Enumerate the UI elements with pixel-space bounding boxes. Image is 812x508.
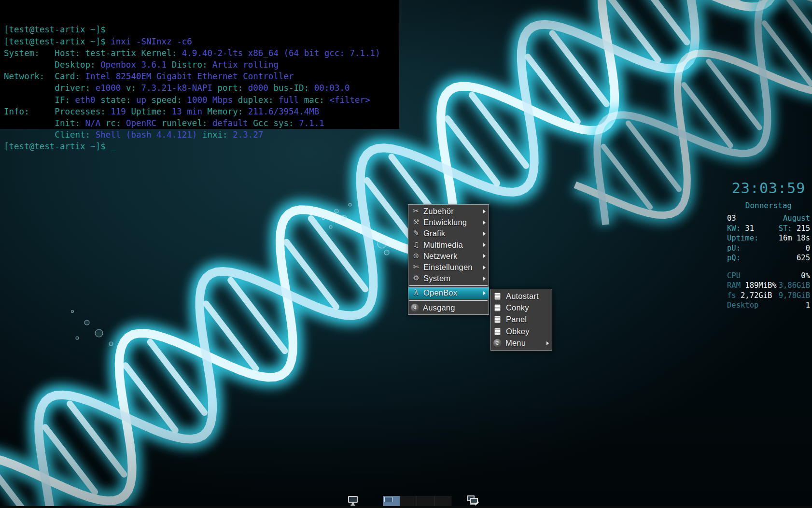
conky-row: KW: 31ST: 215 [727, 224, 810, 234]
terminal-text: driver: [4, 83, 96, 93]
menu-item-label: Panel [506, 315, 549, 324]
terminal-text: eth0 [75, 95, 101, 105]
pager-desktop-2[interactable] [400, 496, 418, 506]
terminal-line: [test@test-artix ~]$ inxi -SNInxz -c6 [4, 36, 399, 47]
terminal-window[interactable]: [test@test-artix ~]$[test@test-artix ~]$… [0, 0, 399, 129]
menu-item-ausgang[interactable]: ↯Ausgang [408, 302, 489, 313]
openbox-icon: λ [411, 289, 421, 296]
terminal-text: 119 [111, 107, 131, 116]
menu-item-label: Grafik [423, 229, 481, 238]
conky-value: 9,78GiB [779, 291, 810, 300]
conky-row: Desktop1 [727, 300, 810, 310]
terminal-text: 13 min [172, 107, 208, 116]
menu-item-obkey[interactable]: Obkey [491, 325, 552, 337]
document-icon [494, 328, 501, 335]
terminal-text: Gcc sys: [253, 118, 299, 128]
menu-item-system[interactable]: ⚙System [408, 273, 489, 284]
menu-item-panel[interactable]: Panel [491, 314, 552, 325]
menu-item-openbox[interactable]: λOpenBox [408, 287, 489, 298]
conky-value: 1 [806, 301, 810, 310]
terminal-text: Network: [4, 71, 55, 81]
menu-item-label: Menu [505, 339, 545, 348]
terminal-text: inxi: [202, 130, 233, 140]
menu-item-entwicklung[interactable]: ⚒Entwicklung [408, 217, 489, 228]
document-icon [494, 304, 501, 311]
conky-value: 189MiB% [745, 281, 776, 290]
desktop-pager [383, 496, 451, 506]
conky-value: 2,72GiB [741, 291, 772, 300]
terminal-text: default [212, 118, 253, 128]
menu-item-einstellungen[interactable]: ✄Einstellungen [408, 262, 489, 273]
menu-item-menu[interactable]: ⊘Menu [491, 338, 552, 349]
conky-value: CPU [727, 271, 741, 280]
conky-value: RAM [727, 281, 745, 290]
conky-day: Donnerstag [727, 201, 810, 210]
menu-item-netzwerk[interactable]: ⊕Netzwerk [408, 251, 489, 262]
terminal-line: Network: Card: Intel 82540EM Gigabit Eth… [4, 71, 399, 82]
terminal-line: [test@test-artix ~]$ [4, 24, 399, 35]
terminal-text: speed: [152, 95, 187, 105]
conky-value: pU: [727, 244, 745, 253]
multimedia-icon: ♫ [411, 241, 421, 249]
submenu-arrow-icon [483, 232, 486, 236]
terminal-text: full [279, 95, 304, 105]
menu-item-autostart[interactable]: Autostart [491, 290, 552, 302]
conky-rows: 03AugustKW: 31ST: 215Uptime: 16m 18spU: … [727, 213, 810, 310]
openbox-root-menu: ✂Zubehör⚒Entwicklung✎Grafik♫Multimedia⊕N… [408, 204, 489, 315]
terminal-output: [test@test-artix ~]$[test@test-artix ~]$… [4, 24, 399, 152]
system-icon: ⚙ [411, 275, 421, 282]
submenu-arrow-icon [546, 341, 549, 345]
terminal-text: inxi -SNInxz -c6 [111, 37, 192, 46]
pager-window-thumb [384, 497, 392, 502]
pager-desktop-4[interactable] [434, 496, 452, 506]
conky-row: pQ: 625 [727, 253, 810, 263]
conky-row: CPU0% [727, 271, 810, 281]
network-icon: ⊕ [411, 253, 421, 260]
terminal-text: Artix rolling [212, 60, 279, 70]
menu-item-grafik[interactable]: ✎Grafik [408, 228, 489, 239]
menu-item-conky[interactable]: Conky [491, 302, 552, 313]
menu-item-label: Autostart [506, 292, 549, 301]
monitor-icon [347, 495, 359, 507]
document-icon [494, 293, 501, 300]
terminal-cursor: _ [111, 141, 116, 151]
terminal-text: Desktop: [4, 60, 100, 70]
terminal-text: Kernel: [141, 48, 182, 58]
conky-widget: 23:03:59 Donnerstag 03AugustKW: 31ST: 21… [727, 180, 810, 310]
pager-desktop-1[interactable] [383, 496, 400, 506]
terminal-line: Info: Processes: 119 Uptime: 13 min Memo… [4, 106, 399, 117]
terminal-line: Client: Shell (bash 4.4.121) inxi: 2.3.2… [4, 129, 399, 141]
terminal-text: Openbox 3.6.1 [100, 60, 172, 70]
pager-desktop-3[interactable] [417, 496, 434, 506]
terminal-line: Desktop: Openbox 3.6.1 Distro: Artix rol… [4, 59, 399, 71]
terminal-text: v: [126, 83, 141, 93]
terminal-text: [test@test-artix ~]$ [4, 141, 111, 151]
terminal-text: Client: [4, 130, 96, 140]
terminal-text: [test@test-artix ~]$ [4, 25, 106, 34]
menu-item-multimedia[interactable]: ♫Multimedia [408, 240, 489, 251]
conky-row: Uptime: 16m 18s [727, 233, 810, 243]
dual-monitor-pen-icon [466, 495, 479, 507]
menu-item-label: Multimedia [423, 240, 481, 250]
terminal-text: Host: test-artix [55, 48, 141, 58]
terminal-text: mac: [304, 95, 330, 105]
terminal-text: 2.3.27 [233, 130, 263, 140]
conky-row: RAM 189MiB%3,86GiB [727, 281, 810, 291]
menu-item-label: Conky [506, 303, 549, 312]
menu-item-label: Obkey [506, 327, 549, 336]
terminal-text: Distro: [172, 60, 212, 70]
conky-value: pQ: [727, 254, 745, 262]
menu-item-label: Ausgang [423, 303, 486, 312]
submenu-arrow-icon [483, 291, 486, 295]
menu-item-label: System [423, 274, 481, 283]
conky-gap [727, 263, 810, 271]
conky-value: 215 [797, 224, 810, 233]
submenu-arrow-icon [483, 277, 486, 281]
submenu-arrow-icon [483, 266, 486, 269]
menu-item-zubeh-r[interactable]: ✂Zubehör [408, 206, 489, 217]
terminal-line: [test@test-artix ~]$ _ [4, 141, 399, 152]
terminal-text: up [136, 95, 152, 105]
terminal-text: [test@test-artix ~]$ [4, 37, 111, 46]
terminal-text: Memory: [207, 107, 248, 116]
conky-value: 31 [745, 224, 754, 233]
